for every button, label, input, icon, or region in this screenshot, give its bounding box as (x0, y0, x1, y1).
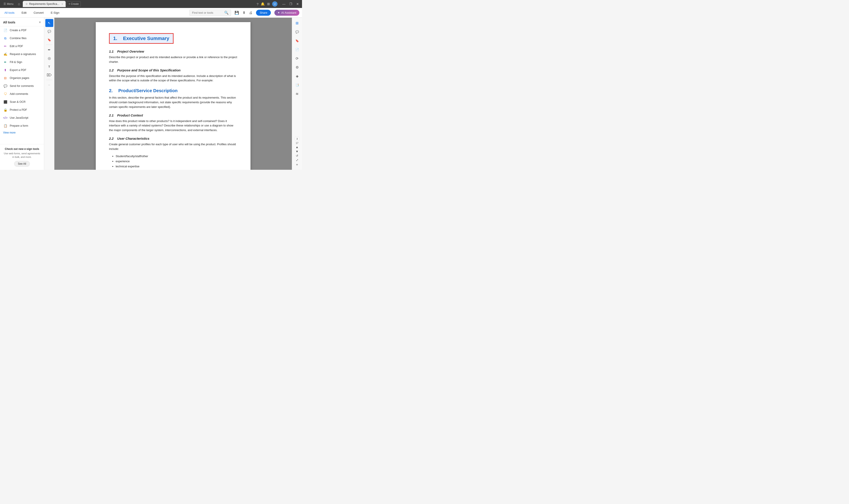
right-panel-btn-3[interactable]: 🔖 (293, 37, 301, 44)
avatar-initials: U (274, 3, 276, 5)
search-input[interactable] (192, 11, 223, 14)
home-button[interactable]: ⌂ (17, 1, 21, 7)
right-panel-icon-2: 💬 (295, 30, 299, 34)
tools-panel: ↖ 💬 🔖 ✒ ◎ T ⌦ ··· (44, 18, 54, 170)
protect-pdf-label: Protect a PDF (10, 108, 27, 111)
right-panel-btn-1[interactable]: ⊞ (293, 19, 301, 27)
organize-pages-icon: ⊟ (3, 76, 7, 80)
right-panel-btn-4[interactable]: 📄 (293, 46, 301, 54)
all-tools-tab[interactable]: All tools (3, 10, 16, 15)
sidebar-header: All tools × (0, 18, 44, 26)
pen-tool[interactable]: ✒ (45, 46, 53, 54)
esign-tab[interactable]: E-Sign (49, 10, 61, 15)
heading2-number: 2. (109, 88, 113, 93)
minimize-button[interactable]: — (281, 2, 287, 6)
link-icon: ◎ (48, 56, 51, 60)
notifications-icon[interactable]: 🔔 (261, 2, 265, 6)
sidebar-item-edit-pdf[interactable]: ✏ Edit a PDF (0, 42, 44, 50)
scan-ocr-icon: ⬛ (3, 100, 7, 104)
left-sidebar: All tools × 📄 Create a PDF ⧉ Combine fil… (0, 18, 44, 170)
eraser-tool[interactable]: ⌦ (45, 71, 53, 79)
view-more-link[interactable]: View more (0, 130, 44, 136)
right-panel-icon-5: ⟳ (295, 56, 299, 60)
tool-separator-1 (46, 44, 52, 45)
search-box[interactable]: 🔍 (189, 10, 231, 16)
sidebar-item-fill-sign[interactable]: ✒ Fill & Sign (0, 58, 44, 66)
right-panel-btn-8[interactable]: 📑 (293, 81, 301, 89)
section-1-1-body: Describe this project or product and its… (109, 55, 237, 64)
send-comments-icon: 💬 (3, 84, 7, 88)
right-panel-btn-6[interactable]: ⚙ (293, 63, 301, 71)
top-bar: ☰ Menu ⌂ ☆ Requirements Specifica... × +… (0, 0, 302, 8)
right-panel-btn-5[interactable]: ⟳ (293, 54, 301, 62)
sidebar-item-scan-ocr[interactable]: ⬛ Scan & OCR (0, 98, 44, 106)
close-button[interactable]: ✕ (295, 2, 300, 6)
refresh-button[interactable]: ↺ (296, 154, 298, 157)
scan-ocr-label: Scan & OCR (10, 100, 26, 104)
heading2: 2. Product/Service Description (109, 88, 237, 93)
menu-button[interactable]: ☰ Menu (2, 2, 15, 6)
right-panel-icon-7: ◈ (296, 74, 299, 78)
sidebar-item-combine-files[interactable]: ⧉ Combine files (0, 34, 44, 42)
new-tab-button[interactable]: + Create (67, 1, 81, 7)
avatar[interactable]: U (272, 1, 277, 7)
edit-tab[interactable]: Edit (20, 10, 28, 15)
sidebar-item-protect-pdf[interactable]: 🔒 Protect a PDF (0, 106, 44, 114)
current-page-indicator: 3 (295, 137, 299, 141)
pen-icon: ✒ (48, 48, 51, 52)
section-2-2-heading: 2.2 User Characteristics (109, 137, 237, 140)
fit-page-button[interactable]: ⤢ (296, 158, 299, 162)
help-icon[interactable]: ? (257, 2, 258, 6)
sidebar-item-organize-pages[interactable]: ⊟ Organize pages (0, 74, 44, 82)
more-icon: ··· (48, 84, 50, 86)
export-pdf-label: Export a PDF (10, 69, 26, 72)
sidebar-item-send-comments[interactable]: 💬 Send for comments (0, 82, 44, 90)
link-tool[interactable]: ◎ (45, 54, 53, 62)
cursor-tool[interactable]: ↖ (45, 19, 53, 27)
sidebar-item-create-pdf[interactable]: 📄 Create a PDF (0, 26, 44, 34)
right-panel-btn-2[interactable]: 💬 (293, 28, 301, 36)
sidebar-item-request-esig[interactable]: ✍ Request e-signatures (0, 50, 44, 58)
page-down-button[interactable]: ▼ (295, 150, 299, 153)
share-button[interactable]: Share (256, 10, 271, 16)
sidebar-close-button[interactable]: × (39, 20, 41, 24)
active-tab[interactable]: ☆ Requirements Specifica... × (23, 1, 66, 7)
see-all-button[interactable]: See All (14, 161, 30, 167)
convert-tab[interactable]: Convert (32, 10, 46, 15)
search-icon: 🔍 (224, 11, 229, 15)
sidebar-title: All tools (3, 21, 15, 24)
right-panel-btn-7[interactable]: ◈ (293, 72, 301, 80)
sidebar-item-prepare-form[interactable]: 📋 Prepare a form (0, 122, 44, 130)
zoom-in-button[interactable]: + (296, 163, 298, 167)
comment-tool[interactable]: 💬 (45, 28, 53, 35)
bookmark-icon: 🔖 (48, 38, 51, 41)
sidebar-item-export-pdf[interactable]: ⬆ Export a PDF (0, 66, 44, 74)
sidebar-item-add-comments[interactable]: 🗨 Add comments (0, 90, 44, 98)
create-pdf-label: Create a PDF (10, 29, 26, 32)
pdf-viewer[interactable]: 1. Executive Summary 1.1 Project Overvie… (54, 18, 292, 170)
page-up-button[interactable]: ▲ (295, 145, 299, 149)
request-esig-label: Request e-signatures (10, 53, 36, 56)
heading1-text: Executive Summary (123, 36, 169, 41)
promo-title: Check out new e-sign tools (3, 147, 41, 150)
save-icon[interactable]: 💾 (235, 11, 239, 15)
right-panel-btn-9[interactable]: ≋ (293, 90, 301, 98)
restore-button[interactable]: ❐ (288, 2, 294, 6)
more-tools[interactable]: ··· (45, 81, 53, 89)
organize-pages-label: Organize pages (10, 76, 29, 79)
add-comments-label: Add comments (10, 92, 28, 95)
toolbar: All tools Edit Convert E-Sign 🔍 💾 ⬆ 🖨 Sh… (0, 8, 302, 18)
print-icon[interactable]: 🖨 (249, 11, 252, 15)
grid-icon[interactable]: ⊞ (267, 2, 270, 6)
tab-close-icon[interactable]: × (61, 3, 63, 5)
new-tab-label: + Create (69, 2, 79, 5)
upload-icon[interactable]: ⬆ (242, 11, 246, 15)
text-select-tool[interactable]: T (45, 62, 53, 71)
create-pdf-icon: 📄 (3, 28, 7, 33)
ai-assistant-button[interactable]: ✦ AI Assistant (274, 10, 300, 16)
right-panel: ⊞ 💬 🔖 📄 ⟳ ⚙ ◈ 📑 ≋ 3 17 ▲ ▼ ↺ (292, 18, 302, 170)
section-2-1-title: Product Context (117, 113, 143, 117)
sidebar-item-use-js[interactable]: </> Use JavaScript (0, 114, 44, 122)
section-2-2-title: User Characteristics (117, 137, 149, 140)
bookmark-tool[interactable]: 🔖 (45, 36, 53, 44)
